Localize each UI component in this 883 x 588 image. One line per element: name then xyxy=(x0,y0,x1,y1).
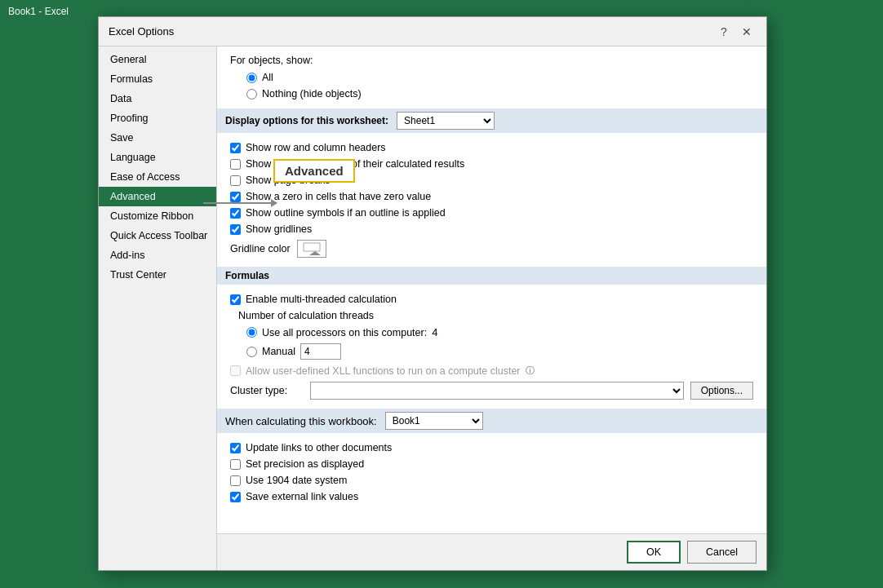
close-button[interactable]: ✕ xyxy=(737,22,757,42)
manual-label[interactable]: Manual xyxy=(262,346,295,357)
svg-marker-1 xyxy=(309,251,321,255)
show-outline-label[interactable]: Show outline symbols if an outline is ap… xyxy=(246,207,446,219)
dialog-titlebar: Excel Options ? ✕ xyxy=(99,17,766,46)
sidebar-item-ease-of-access[interactable]: Ease of Access xyxy=(99,167,216,187)
cluster-options-button[interactable]: Options... xyxy=(690,382,753,400)
use-1904-label[interactable]: Use 1904 date system xyxy=(246,475,347,486)
sidebar-item-proofing[interactable]: Proofing xyxy=(99,108,216,128)
sidebar-item-general[interactable]: General xyxy=(99,50,216,69)
svg-rect-0 xyxy=(304,243,320,251)
app-title: Book1 - Excel xyxy=(8,6,69,17)
cancel-button[interactable]: Cancel xyxy=(687,541,757,564)
show-row-col-checkbox[interactable] xyxy=(230,143,241,153)
num-threads-label: Number of calculation threads xyxy=(230,307,753,324)
workbook-select[interactable]: Book1 xyxy=(385,412,483,430)
excel-options-dialog: Excel Options ? ✕ General Formulas Data … xyxy=(98,16,767,571)
main-content: For objects, show: All Nothing (hide obj… xyxy=(217,46,766,570)
xll-functions-checkbox[interactable] xyxy=(230,365,241,376)
sidebar-item-language[interactable]: Language xyxy=(99,148,216,167)
sidebar-item-quick-access[interactable]: Quick Access Toolbar xyxy=(99,226,216,245)
save-external-checkbox[interactable] xyxy=(230,492,241,502)
dialog-footer: OK Cancel xyxy=(217,533,766,570)
use-all-processors-radio[interactable] xyxy=(246,327,257,338)
ok-button[interactable]: OK xyxy=(627,541,681,564)
cluster-type-row: Cluster type: Options... xyxy=(230,379,753,402)
gridline-color-label: Gridline color xyxy=(230,243,291,254)
xll-functions-row: Allow user-defined XLL functions to run … xyxy=(230,362,753,379)
update-links-row: Update links to other documents xyxy=(230,440,753,456)
show-row-col-label[interactable]: Show row and column headers xyxy=(246,142,386,153)
show-zero-row: Show a zero in cells that have zero valu… xyxy=(230,188,753,205)
use-all-processors-row: Use all processors on this computer: 4 xyxy=(230,324,753,341)
sidebar-item-formulas[interactable]: Formulas xyxy=(99,69,216,89)
sidebar-item-save[interactable]: Save xyxy=(99,128,216,148)
sidebar-item-trust-center[interactable]: Trust Center xyxy=(99,265,216,285)
dialog-controls: ? ✕ xyxy=(714,22,757,42)
show-page-breaks-label[interactable]: Show page breaks xyxy=(246,175,331,186)
show-gridlines-row: Show gridlines xyxy=(230,221,753,237)
show-gridlines-checkbox[interactable] xyxy=(230,224,241,235)
set-precision-checkbox[interactable] xyxy=(230,459,241,470)
show-zero-checkbox[interactable] xyxy=(230,192,241,202)
cluster-type-label: Cluster type: xyxy=(230,385,304,396)
all-radio-row: All xyxy=(246,69,753,86)
show-formulas-row: Show formulas instead of their calculate… xyxy=(230,156,753,172)
help-button[interactable]: ? xyxy=(714,22,734,42)
all-radio-label[interactable]: All xyxy=(262,72,273,83)
sidebar-item-data[interactable]: Data xyxy=(99,89,216,108)
enable-multithreaded-checkbox[interactable] xyxy=(230,294,241,305)
display-options-header: Display options for this worksheet: Shee… xyxy=(217,108,766,133)
set-precision-row: Set precision as displayed xyxy=(230,456,753,472)
all-radio[interactable] xyxy=(246,73,257,83)
show-formulas-checkbox[interactable] xyxy=(230,159,241,170)
nothing-radio-label[interactable]: Nothing (hide objects) xyxy=(262,88,362,99)
sheet-select[interactable]: Sheet1 xyxy=(397,112,495,130)
cluster-type-select[interactable] xyxy=(310,382,684,400)
show-gridlines-label[interactable]: Show gridlines xyxy=(246,223,312,235)
use-1904-row: Use 1904 date system xyxy=(230,472,753,489)
manual-threads-input[interactable] xyxy=(300,343,341,360)
scrollable-content: For objects, show: All Nothing (hide obj… xyxy=(217,46,766,533)
show-zero-label[interactable]: Show a zero in cells that have zero valu… xyxy=(246,191,431,202)
show-page-breaks-row: Show page breaks xyxy=(230,172,753,188)
formulas-section-header: Formulas xyxy=(217,267,766,285)
processor-count: 4 xyxy=(432,326,437,338)
set-precision-label[interactable]: Set precision as displayed xyxy=(246,458,364,470)
manual-threads-radio[interactable] xyxy=(246,347,257,357)
for-objects-label: For objects, show: xyxy=(230,55,753,66)
show-row-col-row: Show row and column headers xyxy=(230,139,753,156)
enable-multithreaded-row: Enable multi-threaded calculation xyxy=(230,291,753,307)
nothing-radio[interactable] xyxy=(246,89,257,99)
sidebar-item-advanced[interactable]: Advanced xyxy=(99,187,216,206)
sidebar-item-customize-ribbon[interactable]: Customize Ribbon xyxy=(99,206,216,226)
save-external-label[interactable]: Save external link values xyxy=(246,491,358,502)
when-calculating-header: When calculating this workbook: Book1 xyxy=(217,409,766,433)
gridline-color-picker[interactable] xyxy=(297,240,326,258)
dialog-body: General Formulas Data Proofing Save Lang… xyxy=(99,46,766,570)
gridline-color-row: Gridline color xyxy=(230,237,753,260)
sidebar-item-add-ins[interactable]: Add-ins xyxy=(99,245,216,265)
xll-info-icon: ⓘ xyxy=(526,365,535,377)
update-links-checkbox[interactable] xyxy=(230,443,241,453)
enable-multithreaded-label[interactable]: Enable multi-threaded calculation xyxy=(246,294,397,305)
show-outline-row: Show outline symbols if an outline is ap… xyxy=(230,205,753,221)
nothing-radio-row: Nothing (hide objects) xyxy=(246,86,753,102)
use-1904-checkbox[interactable] xyxy=(230,475,241,486)
when-calculating-label: When calculating this workbook: xyxy=(225,415,377,427)
display-options-label: Display options for this worksheet: xyxy=(225,115,388,126)
manual-threads-row: Manual xyxy=(230,341,753,362)
save-external-row: Save external link values xyxy=(230,489,753,505)
sidebar: General Formulas Data Proofing Save Lang… xyxy=(99,46,217,570)
show-formulas-label[interactable]: Show formulas instead of their calculate… xyxy=(246,158,464,170)
dialog-title: Excel Options xyxy=(109,25,174,38)
show-outline-checkbox[interactable] xyxy=(230,208,241,219)
xll-functions-label: Allow user-defined XLL functions to run … xyxy=(246,365,521,377)
update-links-label[interactable]: Update links to other documents xyxy=(246,442,392,453)
show-page-breaks-checkbox[interactable] xyxy=(230,175,241,186)
use-all-processors-label[interactable]: Use all processors on this computer: xyxy=(262,327,427,338)
